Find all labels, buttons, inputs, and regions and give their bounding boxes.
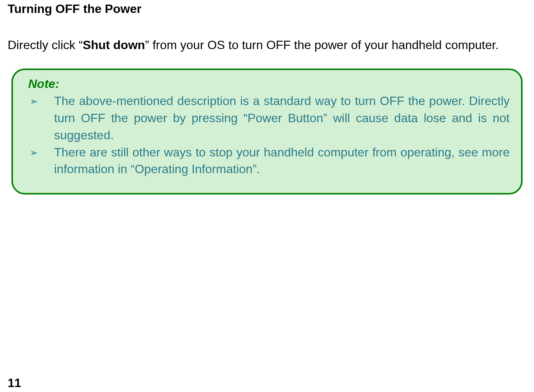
- note-title: Note:: [28, 77, 510, 91]
- section-heading: Turning OFF the Power: [8, 2, 526, 16]
- intro-prefix: Directly click “: [8, 38, 83, 52]
- intro-suffix: ” from your OS to turn OFF the power of …: [145, 38, 499, 52]
- page-number: 11: [8, 376, 21, 390]
- bullet-icon: ➢: [24, 144, 54, 159]
- note-item: ➢ There are still other ways to stop you…: [24, 144, 510, 178]
- intro-bold: Shut down: [83, 38, 145, 52]
- bullet-icon: ➢: [24, 92, 54, 108]
- note-item: ➢ The above-mentioned description is a s…: [24, 92, 510, 143]
- note-callout: Note: ➢ The above-mentioned description …: [11, 69, 523, 194]
- note-list: ➢ The above-mentioned description is a s…: [24, 92, 510, 178]
- intro-paragraph: Directly click “Shut down” from your OS …: [8, 37, 526, 53]
- note-text: The above-mentioned description is a sta…: [54, 92, 510, 143]
- note-text: There are still other ways to stop your …: [54, 144, 510, 178]
